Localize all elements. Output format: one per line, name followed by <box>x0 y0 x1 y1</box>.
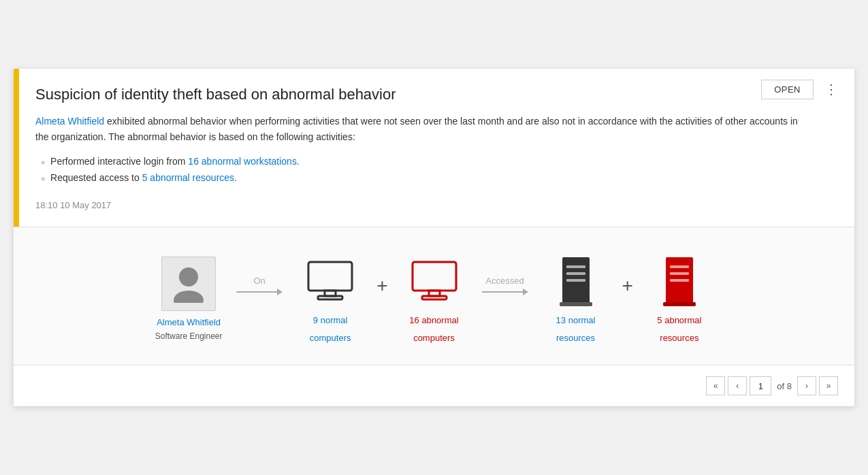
svg-rect-12 <box>560 302 592 306</box>
svg-rect-11 <box>566 279 585 282</box>
person-icon <box>171 265 206 303</box>
svg-rect-17 <box>663 302 696 306</box>
abnormal-server-icon <box>659 256 700 308</box>
svg-rect-14 <box>670 265 689 268</box>
normal-computers-unit: computers <box>310 332 351 344</box>
svg-rect-5 <box>413 262 456 291</box>
normal-server-icon-wrap <box>545 255 607 309</box>
on-label: On <box>253 276 265 286</box>
normal-computer-icon-wrap <box>300 255 361 309</box>
plus-sign-1: + <box>376 275 387 297</box>
alert-card: Suspicion of identity theft based on abn… <box>14 69 854 406</box>
on-connector: On <box>229 276 289 295</box>
arrowhead-2 <box>523 289 528 295</box>
alert-description: Almeta Whitfield exhibited abnormal beha… <box>35 114 814 144</box>
pagination: « ‹ 1 of 8 › » <box>14 365 854 406</box>
resources-link[interactable]: 5 abnormal resources. <box>142 172 237 183</box>
arrow-line-2 <box>482 291 523 293</box>
abnormal-server-icon-wrap <box>649 255 710 309</box>
svg-rect-4 <box>318 296 342 299</box>
accessed-connector: Accessed <box>475 276 535 295</box>
normal-resources-item: 13 normal resources <box>535 255 617 344</box>
svg-point-1 <box>174 291 204 303</box>
on-arrow <box>236 289 283 295</box>
abnormal-resources-item: 5 abnormal resources <box>639 255 720 344</box>
abnormal-computer-icon <box>410 259 459 304</box>
total-pages: of 8 <box>774 381 794 391</box>
arrowhead <box>277 289 283 295</box>
top-actions: OPEN ⋮ <box>761 80 843 99</box>
accessed-arrow <box>482 289 528 295</box>
arrow-line <box>236 291 277 293</box>
person-link[interactable]: Almeta Whitfield <box>35 116 104 127</box>
open-button[interactable]: OPEN <box>761 80 814 99</box>
list-item: Performed interactive login from 16 abno… <box>41 154 814 170</box>
abnormal-computers-unit: computers <box>413 332 455 344</box>
accessed-label: Accessed <box>485 276 524 286</box>
first-page-button[interactable]: « <box>706 376 725 395</box>
normal-computer-icon <box>306 259 355 304</box>
prev-page-button[interactable]: ‹ <box>728 376 747 395</box>
top-section: Suspicion of identity theft based on abn… <box>14 69 854 227</box>
list-item: Requested access to 5 abnormal resources… <box>41 170 814 186</box>
person-name: Almeta Whitfield <box>157 316 221 329</box>
abnormal-computers-count: 16 abnormal <box>409 314 458 327</box>
abnormal-resources-unit: resources <box>660 332 698 344</box>
description-text: exhibited abnormal behavior when perform… <box>35 116 798 142</box>
svg-rect-7 <box>422 296 447 299</box>
abnormal-computers-item: 16 abnormal computers <box>393 255 475 344</box>
last-page-button[interactable]: » <box>819 376 838 395</box>
bullet-text-1: Performed interactive login from 16 abno… <box>50 154 300 170</box>
workstations-link[interactable]: 16 abnormal workstations. <box>188 156 299 167</box>
svg-point-0 <box>179 267 198 286</box>
content-area: Suspicion of identity theft based on abn… <box>19 69 854 227</box>
alert-title: Suspicion of identity theft based on abn… <box>35 85 814 105</box>
normal-server-icon <box>556 256 596 308</box>
svg-rect-15 <box>670 272 689 275</box>
avatar <box>161 257 216 311</box>
normal-computers-count: 9 normal <box>313 314 348 327</box>
diagram-section: Almeta Whitfield Software Engineer On <box>14 227 854 365</box>
abnormal-computer-icon-wrap <box>404 255 465 309</box>
svg-rect-2 <box>308 262 352 291</box>
plus-sign-2: + <box>622 275 633 297</box>
person-role: Software Engineer <box>155 331 223 342</box>
svg-rect-16 <box>670 279 689 282</box>
abnormal-resources-count: 5 abnormal <box>657 314 701 327</box>
severity-bar <box>14 69 19 227</box>
more-options-button[interactable]: ⋮ <box>819 80 843 99</box>
diagram-row: Almeta Whitfield Software Engineer On <box>41 255 827 344</box>
current-page-button[interactable]: 1 <box>750 376 771 395</box>
bullet-text-2: Requested access to 5 abnormal resources… <box>50 170 237 186</box>
next-page-button[interactable]: › <box>797 376 816 395</box>
svg-rect-9 <box>566 265 585 268</box>
activity-list: Performed interactive login from 16 abno… <box>35 154 814 186</box>
normal-resources-count: 13 normal <box>556 314 596 327</box>
svg-rect-10 <box>566 272 585 275</box>
person-item: Almeta Whitfield Software Engineer <box>148 257 229 342</box>
timestamp: 18:10 10 May 2017 <box>35 200 814 210</box>
normal-computers-item: 9 normal computers <box>289 255 371 344</box>
normal-resources-unit: resources <box>556 332 595 344</box>
avatar-wrap <box>158 257 219 311</box>
